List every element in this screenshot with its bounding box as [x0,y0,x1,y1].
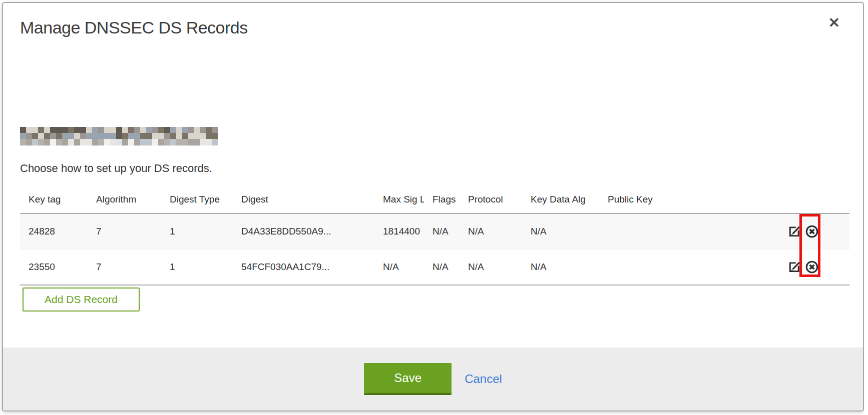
edit-record-icon[interactable] [788,225,801,238]
ds-record-row: 2482871D4A33E8DD550A9...1814400N/AN/AN/A [20,214,849,250]
row-actions [764,214,849,250]
column-header-protocol: Protocol [460,188,522,214]
column-header-key-tag: Key tag [20,188,88,214]
cell-key-data-alg: N/A [522,250,599,286]
dnssec-ds-records-dialog: Manage DNSSEC DS Records ✕ Choose how to… [2,2,864,412]
cell-protocol: N/A [460,214,522,250]
ds-records-table-wrap: Key tagAlgorithmDigest TypeDigestMax Sig… [20,188,849,286]
table-header-row: Key tagAlgorithmDigest TypeDigestMax Sig… [20,188,849,214]
column-header-algorithm: Algorithm [88,188,161,214]
column-header-max-sig-life: Max Sig Life [374,188,424,214]
column-header-public-key: Public Key [599,188,764,214]
cell-key-tag: 23550 [20,250,88,286]
cell-digest-type: 1 [161,214,233,250]
column-header-key-data-alg: Key Data Alg [522,188,599,214]
cell-protocol: N/A [460,250,522,286]
add-ds-record-button[interactable]: Add DS Record [23,288,140,312]
cell-flags: N/A [424,250,460,286]
close-button[interactable]: ✕ [826,14,842,32]
ds-records-table: Key tagAlgorithmDigest TypeDigestMax Sig… [20,188,849,286]
dialog-footer: Save Cancel [3,348,863,410]
cell-max-sig-life: N/A [374,250,424,286]
cell-public-key [599,250,764,286]
cell-key-tag: 24828 [20,214,88,250]
ds-record-row: 235507154FCF030AA1C79...N/AN/AN/AN/A [20,250,849,286]
column-header-flags: Flags [424,188,460,214]
delete-record-icon[interactable] [804,224,819,239]
instruction-text: Choose how to set up your DS records. [20,162,212,175]
cell-algorithm: 7 [88,214,161,250]
column-header-digest: Digest [233,188,374,214]
row-actions [764,250,849,286]
cell-algorithm: 7 [88,250,161,286]
cell-digest: 54FCF030AA1C79... [233,250,374,286]
cell-digest-type: 1 [161,250,233,286]
cell-key-data-alg: N/A [522,214,599,250]
page-title: Manage DNSSEC DS Records [20,18,248,38]
close-icon: ✕ [828,15,840,30]
page-right-gutter [864,0,868,415]
cell-max-sig-life: 1814400 [374,214,424,250]
cell-digest: D4A33E8DD550A9... [233,214,374,250]
edit-record-icon[interactable] [788,260,801,274]
save-button[interactable]: Save [364,363,452,395]
cell-flags: N/A [424,214,460,250]
cancel-link[interactable]: Cancel [465,372,502,386]
cell-public-key [599,214,764,250]
redacted-domain-name [20,127,218,146]
delete-record-icon[interactable] [804,260,819,274]
column-header-digest-type: Digest Type [161,188,233,214]
